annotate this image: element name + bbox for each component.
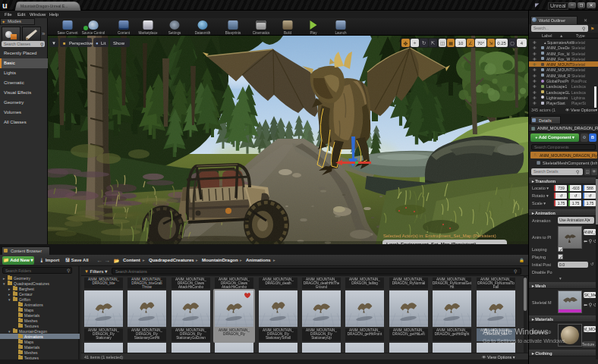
svg-text:●: ● xyxy=(96,41,99,46)
svg-text:✥: ✥ xyxy=(404,41,408,46)
svg-text:⇲: ⇲ xyxy=(489,41,493,46)
svg-text:■: ■ xyxy=(63,41,66,46)
svg-text:Lit: Lit xyxy=(101,41,106,46)
svg-text:70°: 70° xyxy=(477,41,485,46)
svg-text:0.25: 0.25 xyxy=(497,41,506,46)
svg-text:▾: ▾ xyxy=(52,40,55,46)
svg-text:⇱: ⇱ xyxy=(431,40,436,46)
svg-text:▦: ▦ xyxy=(448,41,453,46)
svg-text:◫: ◫ xyxy=(440,41,445,46)
svg-text:∠: ∠ xyxy=(468,41,472,46)
svg-text:Show: Show xyxy=(113,41,125,46)
svg-text:10: 10 xyxy=(458,41,464,46)
svg-text:▢: ▢ xyxy=(510,41,515,46)
svg-text:↻: ↻ xyxy=(422,40,426,46)
svg-text:Selected Actor(s) in: Environ: Selected Actor(s) in: Environment_Set_Ma… xyxy=(383,234,496,238)
svg-text:⌖: ⌖ xyxy=(414,40,417,46)
svg-text:Perspective: Perspective xyxy=(69,41,93,46)
